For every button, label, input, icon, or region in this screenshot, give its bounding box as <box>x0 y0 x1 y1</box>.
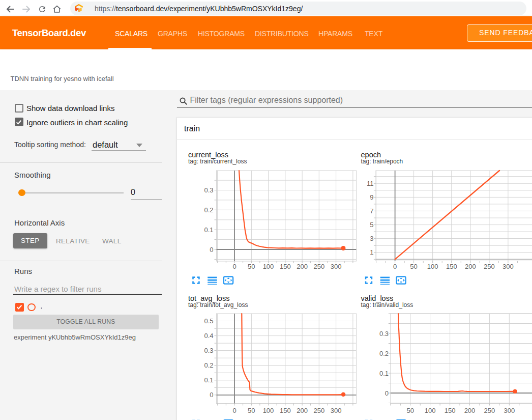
svg-text:300: 300 <box>331 407 342 414</box>
svg-text:11: 11 <box>367 180 374 187</box>
svg-text:150: 150 <box>280 263 291 270</box>
svg-text:100: 100 <box>425 407 436 414</box>
svg-text:7: 7 <box>370 207 373 215</box>
svg-text:250: 250 <box>484 407 495 414</box>
svg-text:200: 200 <box>297 407 308 414</box>
svg-text:0: 0 <box>385 389 389 397</box>
svg-text:0: 0 <box>210 391 213 399</box>
svg-text:250: 250 <box>313 263 324 270</box>
svg-text:100: 100 <box>263 263 274 270</box>
svg-text:3: 3 <box>370 235 373 242</box>
svg-text:50: 50 <box>410 263 417 270</box>
svg-text:250: 250 <box>484 263 495 270</box>
svg-text:200: 200 <box>464 407 476 414</box>
svg-text:50: 50 <box>248 263 255 270</box>
svg-text:200: 200 <box>465 263 476 270</box>
svg-text:0.1: 0.1 <box>204 376 213 384</box>
svg-text:0.3: 0.3 <box>204 186 213 194</box>
svg-text:0: 0 <box>232 263 236 270</box>
svg-text:100: 100 <box>427 263 438 270</box>
svg-text:150: 150 <box>446 263 457 270</box>
svg-text:100: 100 <box>263 407 274 414</box>
svg-text:0.2: 0.2 <box>204 361 213 369</box>
svg-text:150: 150 <box>280 407 291 414</box>
svg-text:0.1: 0.1 <box>204 226 213 234</box>
svg-text:50: 50 <box>406 407 413 414</box>
svg-text:250: 250 <box>313 407 324 414</box>
svg-text:0.3: 0.3 <box>204 347 213 354</box>
svg-text:0: 0 <box>210 246 213 254</box>
svg-text:0.2: 0.2 <box>204 206 213 214</box>
svg-text:200: 200 <box>297 263 308 270</box>
svg-text:9: 9 <box>370 193 373 201</box>
svg-text:300: 300 <box>331 263 342 270</box>
svg-text:0.1: 0.1 <box>379 370 389 377</box>
svg-text:1: 1 <box>370 248 373 256</box>
svg-text:0.2: 0.2 <box>379 350 389 357</box>
svg-text:300: 300 <box>503 263 514 270</box>
svg-text:300: 300 <box>504 407 515 414</box>
svg-text:0.5: 0.5 <box>204 317 213 325</box>
svg-text:0.3: 0.3 <box>379 330 389 338</box>
svg-text:5: 5 <box>370 221 373 229</box>
svg-text:0: 0 <box>232 407 236 414</box>
svg-text:50: 50 <box>248 407 255 414</box>
svg-text:0: 0 <box>393 263 397 270</box>
svg-text:150: 150 <box>445 407 456 414</box>
svg-text:0.4: 0.4 <box>204 332 213 340</box>
